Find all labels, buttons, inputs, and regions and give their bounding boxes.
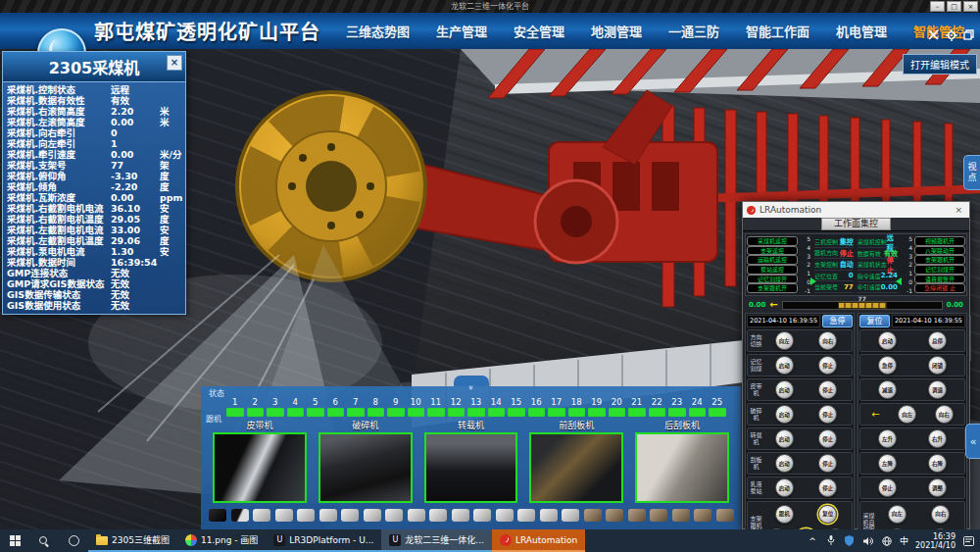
round-button-闭锁[interactable]: 闭锁	[928, 356, 947, 375]
channel-indicator[interactable]	[588, 408, 606, 417]
taskbar-clock[interactable]: 16:39 2021/4/10	[915, 532, 956, 550]
thumbnail-21[interactable]	[672, 509, 690, 522]
minimize-button[interactable]: –	[930, 1, 945, 12]
nav-item-3[interactable]: 地测管理	[591, 22, 642, 40]
thumbnail-6[interactable]	[341, 509, 359, 522]
camera-feed[interactable]	[424, 432, 518, 503]
nav-item-5[interactable]: 智能工作面	[746, 22, 809, 40]
channel-indicator[interactable]	[247, 408, 265, 417]
round-button-向右[interactable]: 向右	[935, 405, 954, 424]
round-button-左升[interactable]: 左升	[878, 429, 897, 448]
nav-item-6[interactable]: 机电管理	[836, 22, 887, 40]
thumbnail-18[interactable]	[606, 509, 623, 522]
lr-right-pill-0[interactable]: 视频跟机开	[914, 236, 965, 246]
start-button[interactable]	[0, 529, 29, 552]
channel-indicator[interactable]	[528, 408, 546, 417]
notification-center-icon[interactable]	[962, 536, 974, 546]
channel-indicator[interactable]	[226, 408, 244, 417]
round-button-停止[interactable]: 停止	[878, 478, 897, 497]
thumbnail-7[interactable]	[364, 509, 381, 522]
thumbnail-0[interactable]	[209, 509, 226, 522]
round-button-停止[interactable]: 停止	[818, 478, 837, 497]
tools-icon[interactable]	[927, 28, 940, 41]
channel-indicator[interactable]	[689, 408, 707, 417]
channel-indicator[interactable]	[368, 408, 385, 417]
channel-indicator[interactable]	[488, 408, 506, 417]
channel-indicator[interactable]	[287, 408, 305, 417]
round-button-向右[interactable]: 向右	[818, 331, 837, 350]
thumbnail-8[interactable]	[385, 509, 403, 522]
round-button-向右[interactable]: 向右	[931, 505, 950, 524]
round-button-右升[interactable]: 右升	[928, 429, 947, 448]
right-collapse-tab[interactable]: «	[965, 424, 980, 459]
taskbar-app-0[interactable]: 2305三维截图	[88, 529, 177, 552]
slider-handle[interactable]	[838, 302, 887, 309]
round-button-启动[interactable]: 启动	[775, 380, 794, 399]
round-button-向左[interactable]: 向左	[775, 331, 794, 350]
nav-item-0[interactable]: 三维态势图	[346, 22, 410, 40]
channel-indicator[interactable]	[628, 408, 646, 417]
taskbar-app-3[interactable]: U龙软二三维一体化...	[381, 529, 492, 552]
thumbnail-3[interactable]	[275, 509, 293, 522]
channel-indicator[interactable]	[267, 408, 284, 417]
thumbnail-12[interactable]	[473, 509, 491, 522]
thumbnail-5[interactable]	[319, 509, 337, 522]
round-button-急停[interactable]: 急停	[878, 356, 897, 375]
round-button-减速[interactable]: 减速	[878, 380, 897, 399]
channel-indicator[interactable]	[568, 408, 586, 417]
round-button-向左[interactable]: 向左	[898, 405, 916, 424]
thumbnail-1[interactable]	[231, 509, 249, 522]
shearer-panel-close-icon[interactable]: ×	[167, 55, 182, 71]
channel-indicator[interactable]	[508, 408, 525, 417]
lr-right-pill-4[interactable]: 语音报警开	[914, 275, 965, 284]
gear-icon[interactable]	[945, 28, 957, 41]
channel-indicator[interactable]	[387, 408, 405, 417]
lr-right-pill-1[interactable]: 八架联动开	[914, 246, 965, 256]
round-button-停止[interactable]: 停止	[818, 405, 837, 424]
round-button-总停[interactable]: 总停	[928, 331, 947, 350]
thumbnail-9[interactable]	[408, 509, 425, 522]
channel-indicator[interactable]	[668, 408, 686, 417]
thumbnail-15[interactable]	[540, 509, 558, 522]
restore-window-icon[interactable]	[962, 28, 975, 41]
channel-indicator[interactable]	[327, 408, 345, 417]
task-view-button[interactable]	[59, 529, 88, 552]
thumbnail-13[interactable]	[496, 509, 514, 522]
nav-item-4[interactable]: 一通三防	[668, 22, 719, 40]
reset-button[interactable]: 复位	[859, 315, 890, 327]
security-shield-icon[interactable]	[844, 535, 856, 546]
lr-left-pill-4[interactable]: 记忆割煤开	[747, 275, 798, 284]
channel-indicator[interactable]	[709, 408, 726, 417]
open-edit-mode-button[interactable]: 打开编辑模式	[903, 54, 977, 75]
round-button-停止[interactable]: 停止	[818, 380, 837, 399]
thumbnail-19[interactable]	[628, 509, 646, 522]
round-button-复位[interactable]: 复位	[818, 505, 837, 524]
taskbar-search-button[interactable]	[29, 529, 59, 552]
lr-titlebar[interactable]: LRAutomation ×	[743, 202, 969, 218]
thumbnail-22[interactable]	[694, 509, 711, 522]
round-button-启动[interactable]: 启动	[775, 405, 794, 424]
channel-indicator[interactable]	[609, 408, 626, 417]
thumbnail-16[interactable]	[562, 509, 579, 522]
emergency-stop-button[interactable]: 急停	[822, 315, 853, 327]
round-button-启动[interactable]: 启动	[775, 356, 794, 375]
maximize-button[interactable]: □	[947, 1, 961, 12]
lr-left-pill-0[interactable]: 采煤机遥控	[747, 236, 798, 246]
speaker-icon[interactable]	[862, 536, 874, 546]
viewpoint-tab[interactable]: 视点	[963, 155, 980, 190]
thumbnail-17[interactable]	[584, 509, 602, 522]
lr-left-pill-1[interactable]: 支架遥控	[747, 246, 798, 256]
channel-indicator[interactable]	[427, 408, 445, 417]
round-button-跟机[interactable]: 跟机	[775, 505, 794, 524]
round-button-停止[interactable]: 停止	[818, 356, 837, 375]
slider-track[interactable]: 77	[782, 301, 943, 310]
camera-feed[interactable]	[529, 432, 623, 503]
lr-left-pill-2[interactable]: 运输机遥控	[747, 255, 798, 265]
thumbnail-4[interactable]	[297, 509, 315, 522]
tray-expand-icon[interactable]: ^	[807, 536, 818, 546]
round-button-调速[interactable]: 调速	[928, 380, 947, 399]
taskbar-app-1[interactable]: 11.png - 画图	[177, 529, 266, 552]
microphone-icon[interactable]	[825, 535, 837, 546]
thumbnail-23[interactable]	[716, 509, 734, 522]
round-button-启动[interactable]: 启动	[878, 331, 897, 350]
